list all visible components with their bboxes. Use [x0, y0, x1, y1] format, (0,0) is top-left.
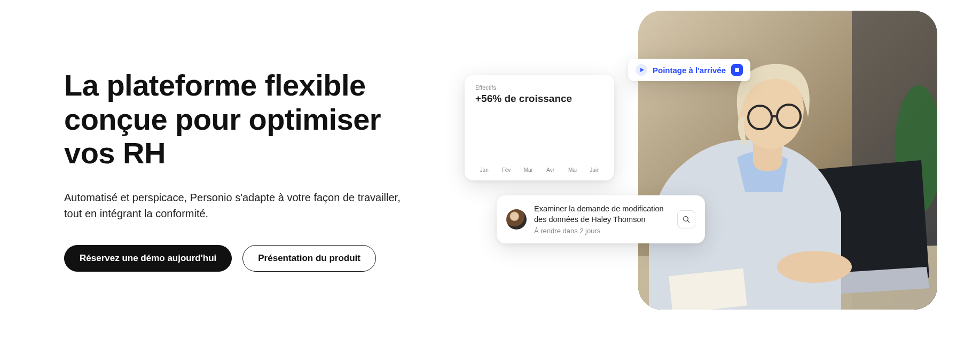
task-due: À rendre dans 2 jours: [534, 227, 670, 235]
task-title: Examiner la demande de modification des …: [534, 204, 670, 225]
chart-bar-label: Jan: [480, 167, 489, 173]
hero-photo: [638, 11, 937, 310]
stop-icon[interactable]: [731, 64, 743, 76]
hero-subtitle: Automatisé et perspicace, Personio s'ada…: [64, 189, 406, 222]
task-card[interactable]: Examiner la demande de modification des …: [497, 195, 705, 243]
chart-bars: JanFévMarAvrMaiJuin: [475, 114, 603, 173]
chart-bar: Avr: [542, 163, 559, 173]
chart-bar: Juin: [586, 163, 603, 173]
product-tour-button[interactable]: Présentation du produit: [242, 245, 376, 272]
search-icon[interactable]: [677, 210, 695, 228]
cta-row: Réservez une démo aujourd'hui Présentati…: [64, 245, 427, 272]
clockin-label: Pointage à l'arrivée: [653, 66, 726, 75]
chart-bar: Jan: [475, 163, 493, 173]
play-icon[interactable]: [636, 64, 647, 76]
chart-bar: Mar: [520, 163, 537, 173]
hero-title: La plateforme flexible conçue pour optim…: [64, 68, 427, 170]
chart-series-label: Effectifs: [475, 84, 603, 91]
chart-bar-label: Fév: [502, 167, 511, 173]
svg-point-13: [684, 217, 688, 222]
chart-bar-label: Juin: [590, 167, 599, 173]
avatar: [506, 209, 527, 230]
demo-button[interactable]: Réservez une démo aujourd'hui: [64, 245, 232, 272]
clockin-card: Pointage à l'arrivée: [628, 59, 750, 81]
svg-point-11: [777, 251, 852, 283]
chart-bar-label: Mar: [524, 167, 533, 173]
chart-bar-label: Mai: [568, 167, 577, 173]
chart-bar: Fév: [497, 163, 515, 173]
chart-bar-label: Avr: [546, 167, 554, 173]
chart-bar: Mai: [563, 163, 581, 173]
headcount-chart-card: Effectifs +56% de croissance JanFévMarAv…: [465, 75, 614, 180]
chart-headline: +56% de croissance: [475, 93, 603, 105]
svg-line-14: [687, 220, 689, 223]
